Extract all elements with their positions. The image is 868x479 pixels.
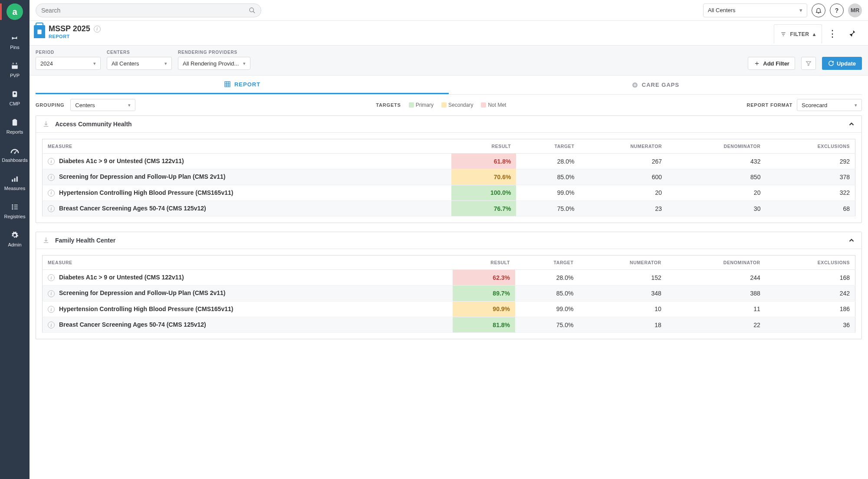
svg-rect-1 — [12, 64, 18, 66]
table-row[interactable]: iDiabetes A1c > 9 or Untested (CMS 122v1… — [43, 154, 855, 169]
select-value: Scorecard — [802, 102, 827, 108]
select-value: Centers — [75, 102, 95, 108]
pin-button[interactable] — [843, 25, 860, 43]
svg-rect-14 — [14, 205, 18, 206]
result-cell: 61.8% — [451, 154, 516, 169]
filter-label: PERIOD — [36, 50, 101, 55]
info-icon[interactable]: i — [94, 26, 101, 33]
table-row[interactable]: iHypertension Controlling High Blood Pre… — [43, 301, 855, 317]
collapse-toggle[interactable] — [848, 236, 855, 244]
download-icon[interactable] — [42, 120, 50, 128]
numerator-cell: 20 — [579, 185, 667, 200]
exclusions-cell: 68 — [766, 200, 855, 216]
collapse-toggle[interactable] — [848, 120, 855, 128]
legend-secondary: Secondary — [441, 102, 473, 108]
notifications-button[interactable] — [812, 3, 825, 17]
add-filter-button[interactable]: ＋Add Filter — [748, 57, 795, 70]
select-value: All Centers — [112, 60, 139, 67]
info-icon[interactable]: i — [48, 174, 55, 181]
col-numerator: NUMERATOR — [579, 139, 667, 154]
search-box[interactable] — [36, 3, 261, 17]
exclusions-cell: 186 — [766, 301, 855, 317]
period-select[interactable]: 2024 — [36, 57, 101, 70]
svg-rect-25 — [225, 82, 230, 87]
chevron-down-icon — [239, 61, 246, 66]
sidebar-label: Registries — [0, 214, 30, 219]
info-icon[interactable]: i — [48, 306, 55, 313]
user-avatar[interactable]: MR — [848, 3, 862, 17]
help-button[interactable]: ? — [830, 3, 844, 17]
sidebar-item-cmp[interactable]: CMP — [0, 84, 30, 112]
exclusions-cell: 168 — [766, 270, 855, 285]
download-icon[interactable] — [42, 236, 50, 244]
tab-care-gaps[interactable]: CARE GAPS — [449, 75, 862, 94]
table-row[interactable]: iScreening for Depression and Follow-Up … — [43, 285, 855, 301]
center-selector[interactable]: All Centers — [703, 3, 807, 17]
select-value: All Rendering Provid... — [183, 60, 239, 67]
app-logo[interactable]: a — [7, 3, 23, 20]
denominator-cell: 244 — [667, 270, 766, 285]
target-cell: 28.0% — [516, 154, 579, 169]
chevron-down-icon — [850, 102, 857, 108]
measure-cell: iDiabetes A1c > 9 or Untested (CMS 122v1… — [43, 154, 452, 169]
topbar: All Centers ? MR — [30, 0, 868, 21]
svg-point-17 — [12, 208, 13, 210]
chevron-down-icon — [799, 7, 802, 13]
info-icon[interactable]: i — [48, 290, 55, 297]
sidebar-item-pins[interactable]: Pins — [0, 28, 30, 56]
result-cell: 81.8% — [453, 317, 515, 333]
measure-cell: iBreast Cancer Screening Ages 50-74 (CMS… — [43, 317, 453, 333]
sidebar-item-registries[interactable]: Registries — [0, 197, 30, 225]
filter-label: RENDERING PROVIDERS — [178, 50, 250, 55]
report-type-icon — [34, 25, 45, 38]
table-row[interactable]: iDiabetes A1c > 9 or Untested (CMS 122v1… — [43, 270, 855, 285]
col-numerator: NUMERATOR — [579, 256, 667, 270]
format-select[interactable]: Scorecard — [797, 99, 862, 111]
svg-rect-3 — [16, 63, 17, 65]
legend-primary: Primary — [409, 102, 434, 108]
filter-icon-button[interactable] — [801, 57, 816, 70]
more-menu[interactable]: ⋮ — [824, 25, 841, 43]
sidebar-item-dashboards[interactable]: Dashboards — [0, 141, 30, 169]
result-cell: 76.7% — [451, 200, 516, 216]
sidebar-item-reports[interactable]: Reports — [0, 112, 30, 141]
list-icon — [0, 201, 30, 213]
select-value: 2024 — [40, 60, 53, 67]
format-group: REPORT FORMAT Scorecard — [746, 99, 862, 111]
denominator-cell: 20 — [667, 185, 766, 200]
table-row[interactable]: iBreast Cancer Screening Ages 50-74 (CMS… — [43, 200, 855, 216]
svg-rect-16 — [14, 207, 18, 207]
update-button[interactable]: Update — [822, 57, 862, 70]
update-label: Update — [837, 60, 856, 67]
table-row[interactable]: iBreast Cancer Screening Ages 50-74 (CMS… — [43, 317, 855, 333]
sidebar-label: Pins — [0, 45, 30, 50]
table-row[interactable]: iScreening for Depression and Follow-Up … — [43, 169, 855, 185]
providers-select[interactable]: All Rendering Provid... — [178, 57, 250, 70]
measure-table: MEASURERESULTTARGETNUMERATORDENOMINATORE… — [42, 255, 855, 333]
measure-table: MEASURERESULTTARGETNUMERATORDENOMINATORE… — [42, 139, 855, 217]
info-icon[interactable]: i — [48, 190, 55, 197]
info-icon[interactable]: i — [48, 205, 55, 212]
info-icon[interactable]: i — [48, 322, 55, 328]
grouping-select[interactable]: Centers — [70, 99, 135, 111]
search-input[interactable] — [41, 7, 249, 14]
info-icon[interactable]: i — [48, 158, 55, 165]
sidebar-item-measures[interactable]: Measures — [0, 169, 30, 197]
svg-rect-33 — [44, 126, 49, 127]
sidebar-item-admin[interactable]: Admin — [0, 225, 30, 253]
svg-rect-34 — [44, 243, 49, 243]
tab-report[interactable]: REPORT — [36, 75, 449, 94]
centers-select[interactable]: All Centers — [107, 57, 172, 70]
col-denominator: DENOMINATOR — [667, 139, 766, 154]
group-name: Access Community Health — [55, 121, 132, 128]
filter-toggle[interactable]: FILTER — [774, 24, 822, 43]
table-row[interactable]: iHypertension Controlling High Blood Pre… — [43, 185, 855, 200]
result-cell: 100.0% — [451, 185, 516, 200]
info-icon[interactable]: i — [48, 274, 55, 281]
svg-rect-11 — [14, 178, 16, 182]
sidebar-label: Measures — [0, 186, 30, 191]
filter-period: PERIOD 2024 — [36, 50, 101, 70]
sidebar-item-pvp[interactable]: PVP — [0, 56, 30, 84]
report-name: MSSP 2025 — [49, 24, 90, 33]
exclusions-cell: 322 — [766, 185, 855, 200]
